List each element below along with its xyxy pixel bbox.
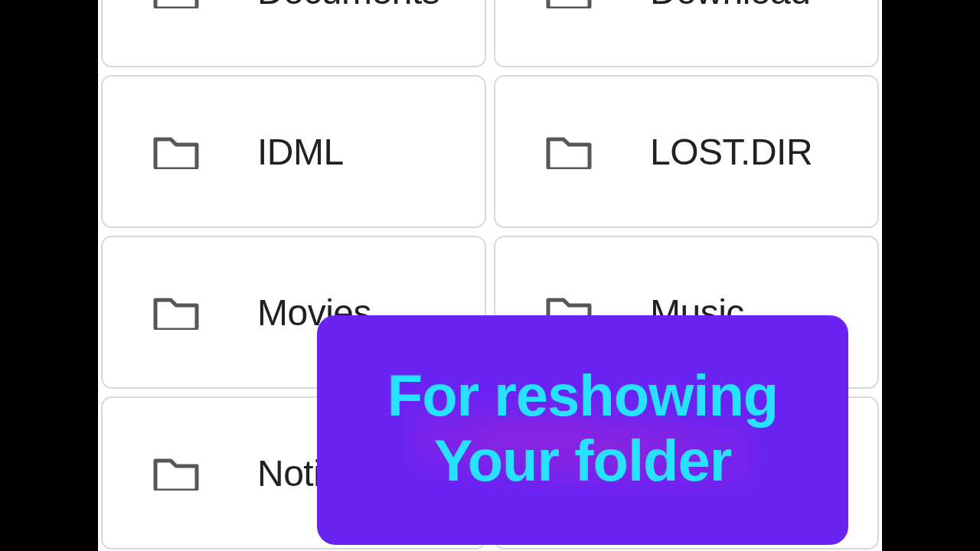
folder-icon [546,134,592,169]
caption-line-2: Your folder [434,428,732,493]
folder-row: IDML LOST.DIR [98,75,882,228]
folder-card-documents[interactable]: Documents [101,0,486,67]
folder-icon [153,134,199,169]
folder-icon [546,0,592,8]
folder-icon [153,295,199,330]
folder-icon [153,0,199,8]
folder-label: Documents [257,0,439,12]
folder-card-idml[interactable]: IDML [101,75,486,228]
folder-card-lostdir[interactable]: LOST.DIR [494,75,879,228]
caption-line-1: For reshowing [387,363,779,428]
folder-label: Download [650,0,810,12]
folder-row: Documents Download [98,0,882,67]
folder-card-download[interactable]: Download [494,0,879,67]
caption-overlay: For reshowing Your folder [317,315,848,545]
file-manager-viewport: Documents Download IDML LOST.DIR [98,0,882,551]
folder-label: LOST.DIR [650,131,812,173]
folder-label: IDML [257,131,344,173]
folder-icon [153,455,199,491]
